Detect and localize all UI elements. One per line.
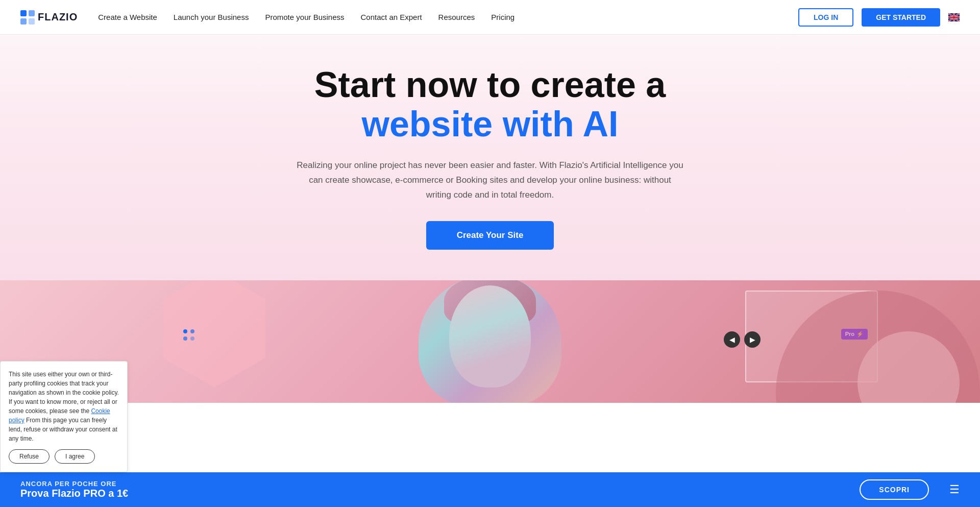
nav-launch-business[interactable]: Launch your Business [174, 13, 249, 21]
hero-section: Start now to create a website with AI Re… [0, 35, 980, 280]
nav-resources[interactable]: Resources [438, 13, 475, 21]
login-button[interactable]: LOG IN [798, 8, 853, 27]
logo[interactable]: FLAZIO [20, 10, 78, 25]
nav-actions: LOG IN GET STARTED [798, 8, 960, 27]
hex-decoration-left [163, 280, 265, 388]
svg-rect-2 [20, 18, 27, 25]
svg-rect-1 [29, 10, 35, 16]
language-flag-icon[interactable] [948, 13, 960, 21]
nav-pricing[interactable]: Pricing [491, 13, 514, 21]
controls-overlay: ◀ ▶ [724, 331, 761, 348]
create-site-button[interactable]: Create Your Site [426, 221, 554, 250]
svg-point-6 [190, 329, 194, 333]
nav-links: Create a Website Launch your Business Pr… [98, 13, 798, 21]
cookie-text: This site uses either your own or third-… [9, 370, 119, 403]
nav-promote-business[interactable]: Promote your Business [265, 13, 344, 21]
hero-subtitle: Realizing your online project has never … [296, 158, 684, 203]
flazio-logo-icon [20, 10, 35, 25]
navbar: FLAZIO Create a Website Launch your Busi… [0, 0, 980, 35]
hero-title-line1: Start now to create a [314, 65, 666, 105]
control-forward-icon[interactable]: ▶ [744, 331, 761, 348]
svg-point-5 [183, 329, 187, 333]
cookie-banner: This site uses either your own or third-… [0, 361, 128, 403]
svg-rect-0 [20, 10, 27, 16]
svg-point-7 [183, 336, 187, 341]
hero-title-line2: website with AI [314, 105, 666, 144]
hero-image-area: ◀ ▶ Pro ⚡ [0, 280, 980, 403]
statue-image [398, 280, 582, 403]
get-started-button[interactable]: GET STARTED [862, 8, 940, 27]
nav-contact-expert[interactable]: Contact an Expert [361, 13, 422, 21]
svg-point-8 [190, 336, 194, 341]
svg-rect-3 [29, 18, 35, 25]
hero-title: Start now to create a website with AI [314, 65, 666, 158]
flazio-dots-icon [183, 329, 195, 346]
nav-create-website[interactable]: Create a Website [98, 13, 157, 21]
logo-text: FLAZIO [38, 11, 78, 23]
control-back-icon[interactable]: ◀ [724, 331, 740, 348]
